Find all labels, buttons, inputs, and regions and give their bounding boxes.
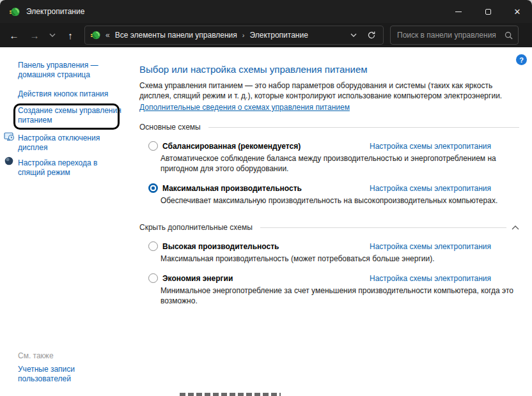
sidebar-item-create-power-plan[interactable]: Создание схемы управления питанием xyxy=(18,106,125,125)
plan-description: Максимальная производительность (может п… xyxy=(160,254,522,264)
breadcrumb-overflow-icon[interactable]: « xyxy=(106,31,110,40)
address-bar[interactable]: « Все элементы панели управления › Элект… xyxy=(84,26,384,45)
section-main-schemes: Основные схемы xyxy=(139,123,519,132)
breadcrumb-separator-icon: › xyxy=(242,31,245,39)
see-also-label: См. также xyxy=(18,351,54,360)
power-options-icon xyxy=(90,30,100,40)
cutoff-text-artifact xyxy=(180,393,281,396)
breadcrumb-item-power-options[interactable]: Электропитание xyxy=(249,31,308,40)
client-area: Панель управления — домашняя страница Де… xyxy=(0,47,532,396)
plan-row-max-performance: Максимальная производительность Настройк… xyxy=(139,183,519,193)
plan-name[interactable]: Сбалансированная (рекомендуется) xyxy=(162,142,301,151)
breadcrumb-item-control-panel[interactable]: Все элементы панели управления xyxy=(115,31,237,40)
refresh-button[interactable] xyxy=(363,27,380,43)
section-label: Скрыть дополнительные схемы xyxy=(139,223,253,232)
section-rule xyxy=(208,127,519,128)
power-options-window: Электропитание ✕ ← → ↑ « Все элементы па… xyxy=(0,0,532,396)
radio-balanced[interactable] xyxy=(148,141,158,151)
display-clock-icon xyxy=(4,132,15,142)
plan-name[interactable]: Экономия энергии xyxy=(162,274,233,283)
section-rule xyxy=(260,227,506,228)
page-title: Выбор или настройка схемы управления пит… xyxy=(139,64,519,75)
learn-more-link[interactable]: Дополнительные сведения о схемах управле… xyxy=(139,103,350,112)
maximize-button[interactable] xyxy=(473,0,503,23)
plan-settings-link-power-saver[interactable]: Настройка схемы электропитания xyxy=(370,274,491,283)
help-button[interactable]: ? xyxy=(516,54,527,65)
search-input[interactable] xyxy=(397,31,505,40)
forward-button[interactable]: → xyxy=(24,26,45,45)
caption-buttons: ✕ xyxy=(444,0,532,23)
sleep-sphere-icon xyxy=(4,156,15,166)
chevron-down-icon xyxy=(49,33,56,37)
plan-name[interactable]: Высокая производительность xyxy=(162,242,279,251)
plan-name[interactable]: Максимальная производительность xyxy=(162,184,302,193)
plan-description: Минимальное энергопотребление за счет ум… xyxy=(160,286,522,306)
intro-text: Схема управления питанием — это набор па… xyxy=(139,80,519,101)
address-dropdown-button[interactable] xyxy=(345,27,363,43)
plan-settings-link-high-performance[interactable]: Настройка схемы электропитания xyxy=(370,242,491,251)
sidebar-item-sleep-settings[interactable]: Настройка перехода в спящий режим xyxy=(18,158,125,178)
sidebar-item-power-button-actions[interactable]: Действия кнопок питания xyxy=(18,89,125,99)
radio-max-performance[interactable] xyxy=(148,183,158,193)
sidebar: Панель управления — домашняя страница Де… xyxy=(0,47,139,396)
sidebar-item-control-panel-home[interactable]: Панель управления — домашняя страница xyxy=(18,61,125,80)
refresh-icon xyxy=(367,31,376,40)
close-icon: ✕ xyxy=(514,8,521,16)
radio-high-performance[interactable] xyxy=(148,241,158,251)
chevron-down-icon xyxy=(350,33,357,37)
recent-pages-button[interactable] xyxy=(45,26,60,45)
window-title: Электропитание xyxy=(26,7,84,16)
plan-settings-link-balanced[interactable]: Настройка схемы электропитания xyxy=(370,142,491,151)
section-additional-schemes: Скрыть дополнительные схемы xyxy=(139,223,519,232)
minimize-button[interactable] xyxy=(444,0,473,23)
plan-row-high-performance: Высокая производительность Настройка схе… xyxy=(139,241,519,251)
plan-settings-link-max-performance[interactable]: Настройка схемы электропитания xyxy=(370,184,491,193)
radio-power-saver[interactable] xyxy=(148,273,158,283)
plan-description: Автоматическое соблюдение баланса между … xyxy=(160,153,522,174)
power-options-app-icon[interactable] xyxy=(9,6,20,17)
navigation-bar: ← → ↑ « Все элементы панели управления ›… xyxy=(0,23,532,47)
plan-row-power-saver: Экономия энергии Настройка схемы электро… xyxy=(139,273,519,283)
plan-row-balanced: Сбалансированная (рекомендуется) Настрой… xyxy=(139,141,519,151)
up-button[interactable]: ↑ xyxy=(60,26,81,45)
search-icon[interactable] xyxy=(505,31,513,40)
collapse-additional-button[interactable] xyxy=(512,225,519,230)
close-button[interactable]: ✕ xyxy=(503,0,532,23)
titlebar: Электропитание ✕ xyxy=(0,0,532,23)
minimize-icon xyxy=(455,11,462,12)
section-label: Основные схемы xyxy=(139,123,201,132)
maximize-icon xyxy=(485,9,491,15)
back-button[interactable]: ← xyxy=(4,26,24,45)
main-content: ? Выбор или настройка схемы управления п… xyxy=(139,47,519,396)
sidebar-item-user-accounts[interactable]: Учетные записи пользователей xyxy=(18,365,75,384)
sidebar-item-display-off-settings[interactable]: Настройка отключения дисплея xyxy=(18,133,125,153)
search-box xyxy=(390,26,519,45)
chevron-up-icon xyxy=(512,225,519,230)
plan-description: Обеспечивает максимальную производительн… xyxy=(160,195,522,206)
